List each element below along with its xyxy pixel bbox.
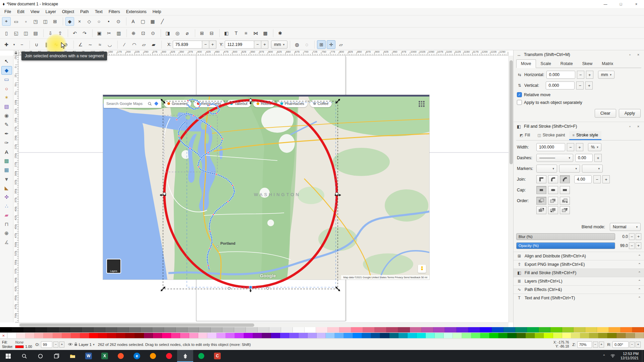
x-coordinate-field[interactable]: 75.839	[173, 41, 202, 49]
palette-swatch[interactable]	[253, 333, 262, 338]
palette-swatch[interactable]	[35, 327, 47, 333]
palette-swatch[interactable]	[226, 333, 235, 338]
join-nodes-button[interactable]: ∪	[32, 40, 41, 49]
palette-swatch[interactable]	[199, 327, 211, 333]
palette-swatch[interactable]	[585, 327, 597, 333]
fs-tab-stroke-style[interactable]: ≡Stroke style	[569, 131, 602, 140]
tool-node[interactable]: ◆	[1, 66, 12, 75]
palette-swatch[interactable]	[609, 327, 621, 333]
tool-3dbox[interactable]: ▧	[1, 102, 12, 111]
show-handles-button[interactable]: ✛	[327, 40, 335, 49]
tool-gradient[interactable]: ▩	[1, 157, 12, 165]
layer-lock-icon[interactable]	[74, 342, 77, 347]
segment-line-button[interactable]: ∕	[120, 40, 129, 49]
palette-swatch[interactable]	[316, 327, 328, 333]
palette-swatch[interactable]	[632, 327, 644, 333]
apply-each-checkbox[interactable]	[517, 100, 522, 105]
zoom-out-button[interactable]: −	[593, 342, 598, 348]
group-button[interactable]: ⊞	[198, 29, 206, 38]
rotation-field[interactable]: 0.00°	[612, 341, 629, 348]
tool-paint-bucket[interactable]: ◣	[1, 184, 12, 192]
node-symmetric-button[interactable]: ≈	[96, 40, 104, 49]
palette-swatch[interactable]	[289, 333, 298, 338]
palette-swatch[interactable]	[23, 327, 35, 333]
fill-stroke-panel[interactable]: ◧Fill and Stroke (Shift+Ctrl+F)⌃	[514, 268, 644, 277]
menu-extensions[interactable]: Extensions	[123, 8, 150, 15]
menu-file[interactable]: File	[1, 8, 14, 15]
align-dialog-button[interactable]: ≡	[241, 29, 250, 38]
clip-edit-button[interactable]: ◍	[292, 40, 301, 49]
cap-square-button[interactable]	[560, 186, 570, 194]
palette-swatch[interactable]	[515, 327, 527, 333]
zoom-selection-button[interactable]: ⊙	[149, 29, 157, 38]
fs-tab-stroke-paint[interactable]: ◫Stroke paint	[534, 131, 568, 140]
horizontal-scrollbar[interactable]	[19, 322, 508, 327]
menu-layer[interactable]: Layer	[43, 8, 59, 15]
palette-swatch[interactable]	[471, 333, 480, 338]
palette-swatch[interactable]	[71, 333, 80, 338]
palette-swatch[interactable]	[317, 333, 326, 338]
insert-node-button[interactable]: ✚	[2, 40, 11, 49]
order-stroke-fill-markers-button[interactable]	[548, 197, 558, 205]
transform-units-dropdown[interactable]: mm▾	[598, 71, 614, 79]
export-button[interactable]: ⇧	[56, 29, 64, 38]
palette-swatch[interactable]	[35, 333, 44, 338]
preferences-button[interactable]: ✱	[276, 29, 284, 38]
snap-cusp-nodes-icon[interactable]: ◇	[85, 17, 94, 26]
palette-swatch[interactable]	[16, 333, 25, 338]
map-search-box[interactable]: Search Google Maps	[104, 99, 161, 108]
snap-nodes-icon[interactable]: ◆	[65, 17, 74, 26]
palette-swatch[interactable]	[47, 327, 59, 333]
marker-start-dropdown[interactable]: ▾	[536, 165, 557, 173]
tool-connector[interactable]: ⊓	[1, 220, 12, 229]
word-button[interactable]: W	[80, 350, 97, 362]
rotation-cw-button[interactable]: +	[636, 342, 641, 348]
map-layers-tile[interactable]: Layers	[106, 259, 121, 274]
palette-swatch[interactable]	[207, 333, 216, 338]
join-round-button[interactable]	[548, 175, 558, 183]
palette-swatch[interactable]	[235, 333, 244, 338]
palette-swatch[interactable]	[308, 333, 317, 338]
copy-button[interactable]: ▣	[95, 29, 104, 38]
map-chip-hotels[interactable]: Hotels	[253, 100, 275, 107]
transform-tab-scale[interactable]: Scale	[536, 59, 556, 68]
task-view-button[interactable]	[48, 350, 64, 362]
apply-button[interactable]: Apply	[619, 109, 641, 118]
menu-text[interactable]: Text	[92, 8, 106, 15]
palette-swatch[interactable]	[571, 333, 580, 338]
ruler-lock-icon[interactable]	[13, 50, 19, 56]
apps-grid-icon[interactable]	[419, 101, 425, 107]
opacity-decrement-button[interactable]: −	[629, 242, 635, 249]
palette-swatch[interactable]	[626, 333, 635, 338]
mask-edit-button[interactable]: ◌	[302, 40, 311, 49]
ungroup-button[interactable]: ⊟	[207, 29, 216, 38]
vertical-decrement-button[interactable]: −	[576, 81, 584, 89]
palette-swatch[interactable]	[480, 327, 492, 333]
palette-swatch[interactable]	[25, 333, 35, 338]
layer-visibility-icon[interactable]	[68, 343, 73, 347]
palette-swatch[interactable]	[262, 333, 271, 338]
layers-panel[interactable]: ≣Layers (Shift+Ctrl+L)⌃	[514, 277, 644, 285]
tool-tweak[interactable]: ✜	[1, 193, 12, 201]
blur-slider[interactable]: Blur (%)	[516, 233, 615, 240]
horizontal-decrement-button[interactable]: −	[577, 71, 584, 79]
palette-swatch[interactable]	[234, 327, 246, 333]
snap-bbox-edges-icon[interactable]: ▫	[21, 17, 30, 26]
firefox-button[interactable]	[145, 350, 161, 362]
palette-swatch[interactable]	[457, 327, 468, 333]
palette-swatch[interactable]	[82, 327, 94, 333]
map-chip-pharmacies[interactable]: Pharmacies	[277, 100, 308, 107]
palette-swatch[interactable]	[7, 333, 16, 338]
palette-swatch[interactable]	[53, 333, 62, 338]
horizontal-increment-button[interactable]: +	[586, 71, 593, 79]
tool-eraser[interactable]: ▰	[1, 211, 12, 220]
menu-help[interactable]: Help	[150, 8, 164, 15]
palette-swatch[interactable]	[598, 333, 607, 338]
miter-decrement-button[interactable]: −	[593, 175, 601, 183]
palette-swatch[interactable]	[244, 333, 253, 338]
clock[interactable]: 12:53 PM 12/11/2021	[617, 352, 642, 360]
palette-swatch[interactable]	[258, 327, 269, 333]
cap-round-button[interactable]	[548, 186, 558, 194]
width-unit-dropdown[interactable]: %▾	[588, 143, 601, 151]
palette-swatch[interactable]	[335, 333, 344, 338]
